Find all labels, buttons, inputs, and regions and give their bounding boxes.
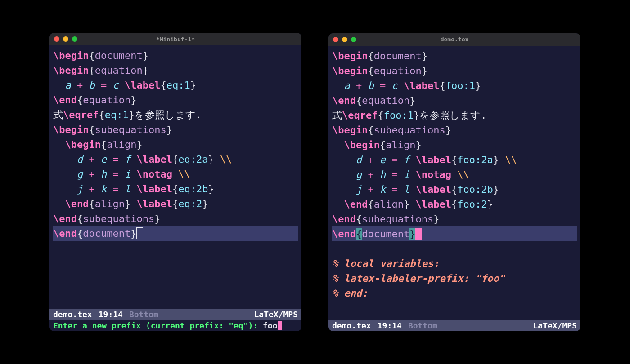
modeline-file: demo.tex	[53, 310, 92, 319]
comment-line: % latex-labeler-prefix: "foo"	[332, 271, 577, 286]
modeline-position: 19:14	[99, 310, 123, 319]
code-line	[332, 241, 577, 256]
editor-window-left: *Minibuf-1* \begin{document} \begin{equa…	[50, 33, 302, 331]
window-title: demo.tex	[441, 36, 469, 43]
code-line: 式\eqref{foo:1}を参照します.	[332, 108, 577, 123]
comment-line: % end:	[332, 286, 577, 301]
cursor-icon	[415, 228, 421, 239]
code-line: \begin{equation}	[332, 63, 577, 78]
minimize-icon[interactable]	[342, 37, 347, 42]
code-line: a + b = c \label{eq:1}	[53, 78, 298, 93]
code-line: \end{equation}	[53, 93, 298, 107]
code-line: \end{equation}	[332, 93, 577, 108]
editor-window-right: demo.tex \begin{document} \begin{equatio…	[328, 33, 580, 331]
maximize-icon[interactable]	[351, 37, 356, 42]
code-line: d + e = f \label{eq:2a} \\	[53, 152, 298, 167]
close-icon[interactable]	[333, 37, 338, 42]
minibuffer[interactable]: Enter a new prefix (current prefix: "eq"…	[50, 320, 302, 331]
minimize-icon[interactable]	[63, 36, 68, 42]
modeline-position: 19:14	[378, 321, 402, 330]
code-line: \begin{equation}	[53, 63, 298, 78]
code-line-highlighted: \end{document}	[53, 226, 298, 241]
cursor-icon	[136, 227, 143, 239]
editor-buffer[interactable]: \begin{document} \begin{equation} a + b …	[328, 46, 580, 320]
code-line: \begin{document}	[53, 48, 298, 63]
code-line: \end{subequations}	[332, 212, 577, 226]
code-line: \end{subequations}	[53, 211, 298, 226]
code-line: \begin{subequations}	[332, 123, 577, 138]
modeline-mode: LaTeX/MPS	[254, 310, 298, 319]
cursor-icon	[278, 321, 283, 330]
modeline-file: demo.tex	[332, 321, 371, 330]
code-line: \begin{document}	[332, 49, 577, 63]
titlebar[interactable]: demo.tex	[328, 33, 580, 46]
code-line-highlighted: \end{document}	[332, 226, 577, 241]
code-line: j + k = l \label{eq:2b}	[53, 182, 298, 196]
code-line: \begin{align}	[53, 137, 298, 152]
modeline-mode: LaTeX/MPS	[533, 321, 577, 330]
matched-brace: }	[410, 228, 415, 240]
close-icon[interactable]	[54, 36, 59, 42]
matched-brace: {	[356, 228, 362, 240]
code-line: g + h = i \notag \\	[332, 167, 577, 182]
editor-buffer[interactable]: \begin{document} \begin{equation} a + b …	[50, 45, 302, 309]
code-line: 式\eqref{eq:1}を参照します.	[53, 107, 298, 122]
traffic-lights	[333, 37, 356, 42]
modeline-location: Bottom	[129, 310, 158, 319]
code-line: \end{align} \label{foo:2}	[332, 197, 577, 212]
minibuffer-input[interactable]: foo	[263, 321, 278, 330]
comment-line: % local variables:	[332, 256, 577, 271]
modeline-location: Bottom	[408, 321, 437, 330]
code-line: \begin{subequations}	[53, 122, 298, 137]
modeline: demo.tex 19:14 Bottom LaTeX/MPS	[50, 309, 302, 320]
window-title: *Minibuf-1*	[156, 36, 195, 43]
code-line: \end{align} \label{eq:2}	[53, 196, 298, 211]
minibuffer-prompt: Enter a new prefix (current prefix: "eq"…	[53, 321, 263, 330]
code-line: g + h = i \notag \\	[53, 167, 298, 182]
traffic-lights	[54, 36, 77, 42]
titlebar[interactable]: *Minibuf-1*	[50, 33, 302, 45]
maximize-icon[interactable]	[72, 36, 77, 42]
code-line: j + k = l \label{foo:2b}	[332, 182, 577, 197]
modeline: demo.tex 19:14 Bottom LaTeX/MPS	[328, 320, 580, 331]
code-line: d + e = f \label{foo:2a} \\	[332, 152, 577, 167]
code-line: \begin{align}	[332, 138, 577, 152]
code-line: a + b = c \label{foo:1}	[332, 78, 577, 93]
